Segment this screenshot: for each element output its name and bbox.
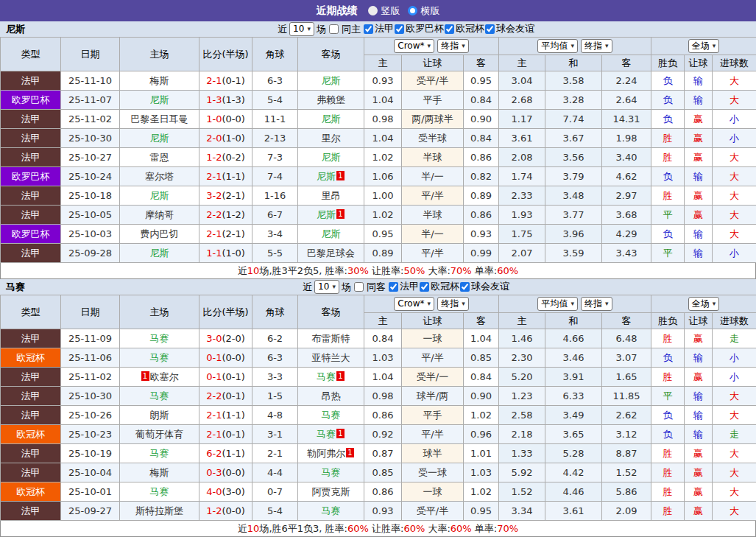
half-score: (0-1) (222, 429, 244, 440)
crow-group-header: Crow*▾ 终指▾ (364, 38, 499, 55)
score-cell: 2-1(2-1) (199, 225, 252, 244)
avg-away-odds: 11.85 (602, 387, 651, 406)
crow-handicap: 平手 (402, 91, 464, 110)
half-score: (1-1) (222, 448, 244, 459)
league-filter[interactable]: 法甲 (363, 22, 394, 35)
avg-draw-odds: 3.56 (545, 148, 602, 167)
full-score: 2-2 (206, 209, 222, 220)
league-label: 球会友谊 (496, 22, 534, 35)
avg-away-odds: 2.62 (602, 406, 651, 425)
league-checkbox[interactable] (445, 24, 454, 34)
match-date: 25-11-02 (61, 368, 120, 387)
league-filter[interactable]: 球会友谊 (484, 22, 534, 35)
match-row: 欧冠杯 25-11-06 马赛 0-1(0-0) 6-3 亚特兰大 1.03 平… (1, 348, 756, 368)
home-team-name: 欧塞尔 (150, 371, 179, 382)
result-goals: 小 (713, 129, 756, 148)
score-cell: 1-0(0-0) (199, 110, 252, 129)
half-score: (0-1) (222, 371, 244, 382)
league-checkbox[interactable] (395, 24, 404, 34)
league-filter[interactable]: 法甲 (388, 280, 419, 293)
full-score: 2-1 (206, 410, 222, 421)
result-handicap: 输 (685, 244, 713, 263)
average-select[interactable]: 平均值▾ (537, 39, 578, 53)
avg-away-odds: 1.52 (602, 463, 651, 482)
avg-away-odds: 6.48 (602, 329, 651, 348)
match-table-marseille: 类型 日期 主场 比分(半场) 角球 客场 Crow*▾ 终指▾ 平均值▾ 终指… (0, 295, 756, 521)
radio-selected-icon[interactable] (368, 6, 378, 15)
corner-score: 2-13 (252, 129, 298, 148)
league-filter[interactable]: 欧罗巴杯 (394, 22, 444, 35)
avg-home-odds: 1.93 (499, 206, 545, 225)
match-count-select[interactable]: 10 ▾ (314, 280, 339, 294)
home-team: 马赛 (120, 482, 199, 502)
match-count-select[interactable]: 10 ▾ (289, 22, 314, 36)
league-checkbox[interactable] (420, 282, 429, 292)
same-away-checkbox[interactable] (354, 282, 364, 292)
league-checkbox[interactable] (364, 24, 373, 34)
league-filter-group: 法甲欧罗巴杯欧冠杯球会友谊 (363, 22, 534, 36)
home-team: 1欧塞尔 (120, 368, 199, 387)
crow-home-odds: 1.03 (364, 348, 402, 368)
average-select[interactable]: 平均值▾ (537, 297, 578, 311)
home-team: 朗斯 (120, 406, 199, 425)
home-team-name: 摩纳哥 (145, 209, 174, 220)
match-row: 法甲 25-10-27 雷恩 1-2(0-2) 7-3 尼斯 1.02 半球 0… (1, 148, 756, 167)
result-handicap: 赢 (685, 482, 713, 502)
col-crow-home: 主 (364, 55, 402, 71)
avg-away-odds: 3.40 (602, 148, 651, 167)
full-score: 2-0 (206, 133, 222, 144)
match-row: 法甲 25-11-02 巴黎圣日耳曼 1-0(0-0) 11-1 尼斯 0.98… (1, 110, 756, 129)
avg-draw-odds: 5.28 (545, 444, 602, 463)
home-team: 马赛 (120, 387, 199, 406)
crow-home-odds: 0.84 (364, 329, 402, 348)
home-team: 巴黎圣日耳曼 (120, 110, 199, 129)
avg-draw-odds: 3.46 (545, 348, 602, 368)
home-team-name: 马赛 (150, 486, 169, 497)
layout-horizontal-radio[interactable]: 横版 (408, 4, 440, 18)
home-team-name: 朗斯 (150, 410, 169, 421)
league-filter[interactable]: 欧冠杯 (444, 22, 484, 35)
score-cell: 4-0(3-0) (199, 482, 252, 502)
final-index-select-2[interactable]: 终指▾ (581, 39, 612, 53)
match-date: 25-10-23 (61, 425, 120, 444)
col-date: 日期 (61, 295, 120, 329)
full-match-select[interactable]: 全场▾ (688, 297, 720, 311)
full-match-select[interactable]: 全场▾ (688, 39, 720, 53)
games-label: 场 (342, 281, 351, 294)
home-team: 尼斯 (120, 129, 199, 148)
avg-draw-odds: 3.96 (545, 225, 602, 244)
half-score: (0-0) (222, 467, 244, 478)
league-checkbox[interactable] (389, 282, 398, 292)
col-crow-handicap: 让球 (402, 313, 464, 329)
league-checkbox[interactable] (485, 24, 495, 34)
league-filter[interactable]: 球会友谊 (459, 280, 509, 293)
layout-vertical-radio[interactable]: 竖版 (368, 4, 400, 18)
crow-home-odds: 1.04 (364, 91, 402, 110)
result-wl: 负 (651, 425, 685, 444)
crow-handicap: 受半/一 (402, 368, 464, 387)
crow-company-select[interactable]: Crow*▾ (394, 297, 434, 311)
full-score: 4-0 (206, 486, 222, 497)
final-index-select-2[interactable]: 终指▾ (581, 297, 612, 311)
avg-home-odds: 1.74 (499, 167, 545, 186)
score-cell: 6-2(1-1) (199, 444, 252, 463)
corner-score: 1-16 (252, 186, 298, 206)
crow-company-select[interactable]: Crow*▾ (394, 39, 434, 53)
chevron-down-icon: ▾ (713, 298, 716, 310)
final-index-select[interactable]: 终指▾ (437, 297, 469, 311)
league-checkbox[interactable] (460, 282, 470, 292)
home-team-name: 尼斯 (150, 94, 169, 105)
home-team-name: 尼斯 (150, 133, 169, 144)
league-badge: 法甲 (1, 206, 61, 225)
match-row: 法甲 25-10-26 朗斯 2-1(1-1) 4-8 马赛 0.86 平手 1… (1, 406, 756, 425)
crow-away-odds: 0.95 (464, 502, 499, 521)
title-bar: 近期战绩 竖版 横版 (0, 0, 756, 21)
col-score: 比分(半场) (199, 38, 252, 71)
league-filter[interactable]: 欧冠杯 (419, 280, 459, 293)
result-goals: 小 (713, 244, 756, 263)
final-index-select[interactable]: 终指▾ (437, 39, 469, 53)
avg-away-odds: 3.43 (602, 244, 651, 263)
same-home-checkbox[interactable] (329, 24, 339, 34)
radio-unselected-icon[interactable] (408, 6, 417, 15)
filter-bar-marseille: 近 10 ▾ 场 同客 法甲欧冠杯球会友谊 (303, 280, 509, 294)
